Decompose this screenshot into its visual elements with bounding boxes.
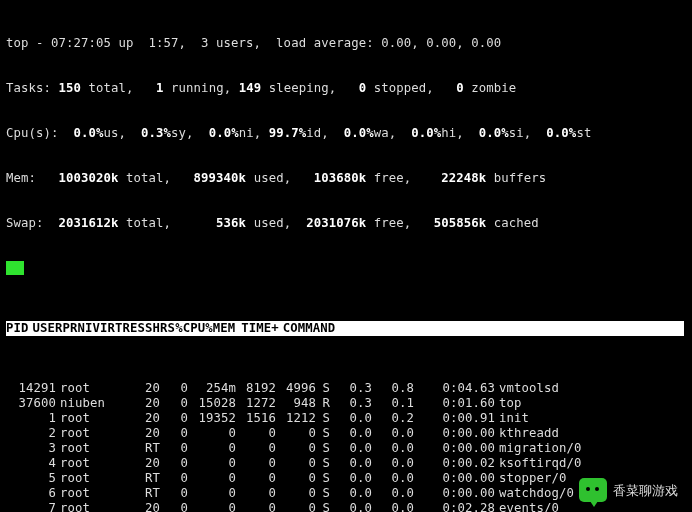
cell-mem: 0.0 <box>372 471 414 486</box>
col-virt: VIRT <box>93 321 123 335</box>
cell-mem: 0.0 <box>372 441 414 456</box>
process-row: 14291root200254m81924996S0.30.80:04.63vm… <box>6 381 684 396</box>
cell-time: 0:02.28 <box>414 501 495 512</box>
cell-mem: 0.8 <box>372 381 414 396</box>
cell-virt: 254m <box>188 381 236 396</box>
cell-s: S <box>316 426 330 441</box>
col-user: USER <box>29 321 63 335</box>
cell-mem: 0.2 <box>372 411 414 426</box>
cell-s: S <box>316 501 330 512</box>
summary-line-mem: Mem: 1003020k total, 899340k used, 10368… <box>6 171 684 186</box>
cell-time: 0:00.91 <box>414 411 495 426</box>
cell-user: niuben <box>56 396 132 411</box>
cell-ni: 0 <box>160 426 188 441</box>
cell-pr: RT <box>132 441 160 456</box>
process-row: 3rootRT0000S0.00.00:00.00migration/0 <box>6 441 684 456</box>
cell-mem: 0.0 <box>372 501 414 512</box>
cell-time: 0:00.00 <box>414 471 495 486</box>
cell-pr: 20 <box>132 426 160 441</box>
cell-pr: 20 <box>132 456 160 471</box>
cell-virt: 0 <box>188 441 236 456</box>
cell-virt: 0 <box>188 456 236 471</box>
cell-cpu: 0.0 <box>330 471 372 486</box>
cell-cmd: init <box>495 411 679 426</box>
terminal-screen[interactable]: top - 07:27:05 up 1:57, 3 users, load av… <box>0 0 692 512</box>
cell-cpu: 0.3 <box>330 396 372 411</box>
cell-s: S <box>316 411 330 426</box>
cell-shr: 0 <box>276 471 316 486</box>
cell-cmd: ksoftirqd/0 <box>495 456 679 471</box>
cell-cpu: 0.0 <box>330 426 372 441</box>
cell-shr: 0 <box>276 501 316 512</box>
cell-shr: 0 <box>276 486 316 501</box>
cell-s: S <box>316 381 330 396</box>
process-table-header: PIDUSERPRNIVIRTRESSHRS%CPU%MEMTIME+COMMA… <box>6 321 684 336</box>
cell-pr: 20 <box>132 501 160 512</box>
cell-pid: 7 <box>6 501 56 512</box>
wechat-icon <box>579 478 607 502</box>
process-row: 37600niuben200150281272948R0.30.10:01.60… <box>6 396 684 411</box>
cell-pid: 5 <box>6 471 56 486</box>
cell-user: root <box>56 486 132 501</box>
cell-cpu: 0.0 <box>330 441 372 456</box>
cell-res: 1272 <box>236 396 276 411</box>
col-cpu: %CPU <box>175 321 205 335</box>
cell-res: 0 <box>236 486 276 501</box>
col-s: S <box>168 321 176 335</box>
col-pid: PID <box>6 321 29 335</box>
cell-ni: 0 <box>160 441 188 456</box>
cell-time: 0:00.02 <box>414 456 495 471</box>
cell-ni: 0 <box>160 471 188 486</box>
cell-res: 0 <box>236 501 276 512</box>
cell-ni: 0 <box>160 486 188 501</box>
cell-pr: 20 <box>132 411 160 426</box>
cell-virt: 0 <box>188 486 236 501</box>
col-res: RES <box>123 321 146 335</box>
cell-cpu: 0.3 <box>330 381 372 396</box>
cell-virt: 19352 <box>188 411 236 426</box>
cell-shr: 0 <box>276 456 316 471</box>
cell-time: 0:04.63 <box>414 381 495 396</box>
cell-pid: 3 <box>6 441 56 456</box>
cell-res: 1516 <box>236 411 276 426</box>
col-mem: %MEM <box>205 321 235 335</box>
process-row: 4root200000S0.00.00:00.02ksoftirqd/0 <box>6 456 684 471</box>
cell-time: 0:00.00 <box>414 486 495 501</box>
process-row: 7root200000S0.00.00:02.28events/0 <box>6 501 684 512</box>
cell-mem: 0.0 <box>372 486 414 501</box>
cell-shr: 4996 <box>276 381 316 396</box>
col-shr: SHR <box>145 321 168 335</box>
summary-line-uptime: top - 07:27:05 up 1:57, 3 users, load av… <box>6 36 684 51</box>
cell-res: 8192 <box>236 381 276 396</box>
cell-res: 0 <box>236 456 276 471</box>
cell-s: S <box>316 486 330 501</box>
cell-shr: 948 <box>276 396 316 411</box>
summary-line-tasks: Tasks: 150 total, 1 running, 149 sleepin… <box>6 81 684 96</box>
cell-ni: 0 <box>160 501 188 512</box>
cell-virt: 15028 <box>188 396 236 411</box>
cell-user: root <box>56 501 132 512</box>
cell-virt: 0 <box>188 471 236 486</box>
cell-user: root <box>56 381 132 396</box>
cell-mem: 0.0 <box>372 456 414 471</box>
cell-virt: 0 <box>188 426 236 441</box>
cell-user: root <box>56 411 132 426</box>
cell-cpu: 0.0 <box>330 501 372 512</box>
cell-ni: 0 <box>160 381 188 396</box>
cell-shr: 0 <box>276 426 316 441</box>
cell-cmd: events/0 <box>495 501 679 512</box>
cell-cmd: migration/0 <box>495 441 679 456</box>
col-pr: PR <box>63 321 78 335</box>
cell-pr: RT <box>132 486 160 501</box>
cell-user: root <box>56 471 132 486</box>
cell-ni: 0 <box>160 456 188 471</box>
cell-res: 0 <box>236 441 276 456</box>
cell-time: 0:00.00 <box>414 426 495 441</box>
cell-mem: 0.1 <box>372 396 414 411</box>
summary-line-swap: Swap: 2031612k total, 536k used, 2031076… <box>6 216 684 231</box>
cursor-icon <box>6 261 24 275</box>
cell-s: S <box>316 441 330 456</box>
cell-res: 0 <box>236 426 276 441</box>
cell-s: S <box>316 456 330 471</box>
col-cmd: COMMAND <box>279 321 336 335</box>
